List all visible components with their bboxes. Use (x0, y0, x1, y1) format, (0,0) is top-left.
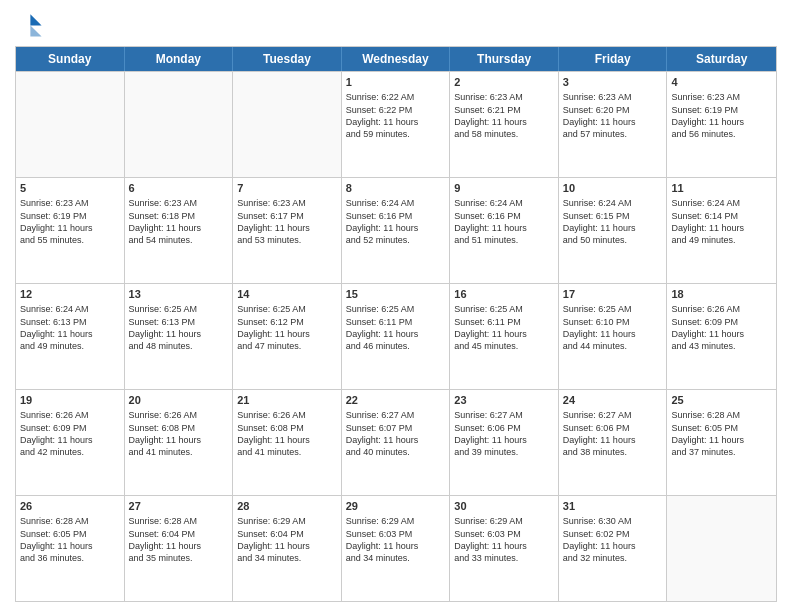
calendar-row: 26Sunrise: 6:28 AM Sunset: 6:05 PM Dayli… (16, 495, 776, 601)
cell-info: Sunrise: 6:23 AM Sunset: 6:20 PM Dayligh… (563, 91, 663, 140)
svg-marker-1 (30, 25, 41, 36)
cell-info: Sunrise: 6:23 AM Sunset: 6:19 PM Dayligh… (20, 197, 120, 246)
calendar-cell (16, 72, 125, 177)
calendar-cell: 14Sunrise: 6:25 AM Sunset: 6:12 PM Dayli… (233, 284, 342, 389)
cell-info: Sunrise: 6:25 AM Sunset: 6:10 PM Dayligh… (563, 303, 663, 352)
cell-info: Sunrise: 6:27 AM Sunset: 6:07 PM Dayligh… (346, 409, 446, 458)
weekday-header: Saturday (667, 47, 776, 71)
calendar-row: 19Sunrise: 6:26 AM Sunset: 6:09 PM Dayli… (16, 389, 776, 495)
cell-info: Sunrise: 6:26 AM Sunset: 6:08 PM Dayligh… (129, 409, 229, 458)
day-number: 25 (671, 393, 772, 408)
weekday-header: Monday (125, 47, 234, 71)
calendar-cell: 4Sunrise: 6:23 AM Sunset: 6:19 PM Daylig… (667, 72, 776, 177)
day-number: 3 (563, 75, 663, 90)
day-number: 12 (20, 287, 120, 302)
calendar-cell: 13Sunrise: 6:25 AM Sunset: 6:13 PM Dayli… (125, 284, 234, 389)
cell-info: Sunrise: 6:25 AM Sunset: 6:11 PM Dayligh… (454, 303, 554, 352)
day-number: 23 (454, 393, 554, 408)
day-number: 11 (671, 181, 772, 196)
header (15, 10, 777, 38)
day-number: 10 (563, 181, 663, 196)
cell-info: Sunrise: 6:29 AM Sunset: 6:03 PM Dayligh… (346, 515, 446, 564)
calendar-cell: 20Sunrise: 6:26 AM Sunset: 6:08 PM Dayli… (125, 390, 234, 495)
calendar-cell: 18Sunrise: 6:26 AM Sunset: 6:09 PM Dayli… (667, 284, 776, 389)
day-number: 6 (129, 181, 229, 196)
day-number: 27 (129, 499, 229, 514)
day-number: 17 (563, 287, 663, 302)
day-number: 9 (454, 181, 554, 196)
day-number: 16 (454, 287, 554, 302)
calendar-cell: 16Sunrise: 6:25 AM Sunset: 6:11 PM Dayli… (450, 284, 559, 389)
cell-info: Sunrise: 6:25 AM Sunset: 6:11 PM Dayligh… (346, 303, 446, 352)
calendar-cell: 21Sunrise: 6:26 AM Sunset: 6:08 PM Dayli… (233, 390, 342, 495)
calendar-cell: 9Sunrise: 6:24 AM Sunset: 6:16 PM Daylig… (450, 178, 559, 283)
cell-info: Sunrise: 6:24 AM Sunset: 6:13 PM Dayligh… (20, 303, 120, 352)
cell-info: Sunrise: 6:28 AM Sunset: 6:05 PM Dayligh… (671, 409, 772, 458)
cell-info: Sunrise: 6:27 AM Sunset: 6:06 PM Dayligh… (563, 409, 663, 458)
day-number: 2 (454, 75, 554, 90)
day-number: 4 (671, 75, 772, 90)
calendar-cell: 12Sunrise: 6:24 AM Sunset: 6:13 PM Dayli… (16, 284, 125, 389)
calendar-row: 1Sunrise: 6:22 AM Sunset: 6:22 PM Daylig… (16, 71, 776, 177)
calendar-header: SundayMondayTuesdayWednesdayThursdayFrid… (16, 47, 776, 71)
cell-info: Sunrise: 6:26 AM Sunset: 6:09 PM Dayligh… (671, 303, 772, 352)
calendar-cell: 15Sunrise: 6:25 AM Sunset: 6:11 PM Dayli… (342, 284, 451, 389)
cell-info: Sunrise: 6:29 AM Sunset: 6:03 PM Dayligh… (454, 515, 554, 564)
day-number: 26 (20, 499, 120, 514)
cell-info: Sunrise: 6:28 AM Sunset: 6:05 PM Dayligh… (20, 515, 120, 564)
day-number: 21 (237, 393, 337, 408)
day-number: 28 (237, 499, 337, 514)
page: SundayMondayTuesdayWednesdayThursdayFrid… (0, 0, 792, 612)
logo (15, 10, 47, 38)
day-number: 29 (346, 499, 446, 514)
day-number: 20 (129, 393, 229, 408)
day-number: 13 (129, 287, 229, 302)
calendar-cell: 6Sunrise: 6:23 AM Sunset: 6:18 PM Daylig… (125, 178, 234, 283)
day-number: 30 (454, 499, 554, 514)
day-number: 7 (237, 181, 337, 196)
calendar-cell: 23Sunrise: 6:27 AM Sunset: 6:06 PM Dayli… (450, 390, 559, 495)
weekday-header: Sunday (16, 47, 125, 71)
day-number: 8 (346, 181, 446, 196)
calendar-cell (125, 72, 234, 177)
calendar-row: 12Sunrise: 6:24 AM Sunset: 6:13 PM Dayli… (16, 283, 776, 389)
weekday-header: Tuesday (233, 47, 342, 71)
calendar-cell: 19Sunrise: 6:26 AM Sunset: 6:09 PM Dayli… (16, 390, 125, 495)
svg-marker-0 (30, 14, 41, 25)
day-number: 14 (237, 287, 337, 302)
calendar-cell: 28Sunrise: 6:29 AM Sunset: 6:04 PM Dayli… (233, 496, 342, 601)
weekday-header: Wednesday (342, 47, 451, 71)
cell-info: Sunrise: 6:24 AM Sunset: 6:14 PM Dayligh… (671, 197, 772, 246)
calendar-body: 1Sunrise: 6:22 AM Sunset: 6:22 PM Daylig… (16, 71, 776, 601)
cell-info: Sunrise: 6:24 AM Sunset: 6:16 PM Dayligh… (346, 197, 446, 246)
cell-info: Sunrise: 6:29 AM Sunset: 6:04 PM Dayligh… (237, 515, 337, 564)
cell-info: Sunrise: 6:26 AM Sunset: 6:09 PM Dayligh… (20, 409, 120, 458)
calendar-cell: 8Sunrise: 6:24 AM Sunset: 6:16 PM Daylig… (342, 178, 451, 283)
cell-info: Sunrise: 6:23 AM Sunset: 6:17 PM Dayligh… (237, 197, 337, 246)
cell-info: Sunrise: 6:25 AM Sunset: 6:13 PM Dayligh… (129, 303, 229, 352)
calendar-cell: 30Sunrise: 6:29 AM Sunset: 6:03 PM Dayli… (450, 496, 559, 601)
calendar-cell: 5Sunrise: 6:23 AM Sunset: 6:19 PM Daylig… (16, 178, 125, 283)
cell-info: Sunrise: 6:26 AM Sunset: 6:08 PM Dayligh… (237, 409, 337, 458)
calendar-cell: 17Sunrise: 6:25 AM Sunset: 6:10 PM Dayli… (559, 284, 668, 389)
cell-info: Sunrise: 6:28 AM Sunset: 6:04 PM Dayligh… (129, 515, 229, 564)
day-number: 31 (563, 499, 663, 514)
weekday-header: Friday (559, 47, 668, 71)
calendar-cell: 27Sunrise: 6:28 AM Sunset: 6:04 PM Dayli… (125, 496, 234, 601)
calendar: SundayMondayTuesdayWednesdayThursdayFrid… (15, 46, 777, 602)
calendar-cell: 11Sunrise: 6:24 AM Sunset: 6:14 PM Dayli… (667, 178, 776, 283)
cell-info: Sunrise: 6:24 AM Sunset: 6:15 PM Dayligh… (563, 197, 663, 246)
calendar-cell: 31Sunrise: 6:30 AM Sunset: 6:02 PM Dayli… (559, 496, 668, 601)
day-number: 18 (671, 287, 772, 302)
cell-info: Sunrise: 6:22 AM Sunset: 6:22 PM Dayligh… (346, 91, 446, 140)
cell-info: Sunrise: 6:24 AM Sunset: 6:16 PM Dayligh… (454, 197, 554, 246)
cell-info: Sunrise: 6:23 AM Sunset: 6:18 PM Dayligh… (129, 197, 229, 246)
day-number: 15 (346, 287, 446, 302)
calendar-row: 5Sunrise: 6:23 AM Sunset: 6:19 PM Daylig… (16, 177, 776, 283)
day-number: 19 (20, 393, 120, 408)
weekday-header: Thursday (450, 47, 559, 71)
day-number: 1 (346, 75, 446, 90)
day-number: 5 (20, 181, 120, 196)
calendar-cell: 29Sunrise: 6:29 AM Sunset: 6:03 PM Dayli… (342, 496, 451, 601)
calendar-cell (233, 72, 342, 177)
